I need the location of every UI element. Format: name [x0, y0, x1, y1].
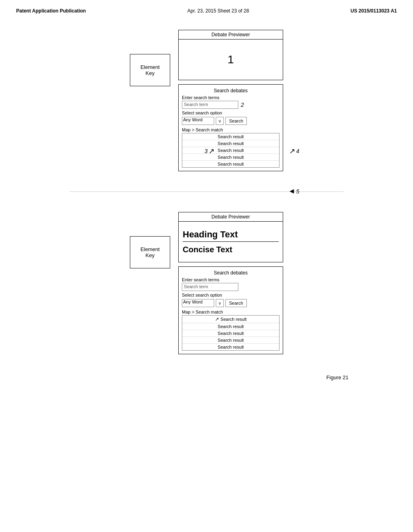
figure1-wrapper: Element Key Debate Previewer 1 Search de… [130, 30, 283, 171]
search-panel-2: Search debates Enter search terms Search… [178, 266, 283, 354]
debate-previewer-2: Debate Previewer Heading Text Concise Te… [178, 212, 283, 262]
debate-previewer-1: Debate Previewer 1 [178, 30, 283, 80]
figure2-boxes-row: Element Key Debate Previewer Heading Tex… [130, 212, 283, 354]
annotation-3: 3 ↗ [204, 147, 215, 156]
element-key-label2-2: Key [146, 252, 154, 258]
annotation-5: ◄ 5 [288, 187, 299, 195]
element-key-label2-1: Element [140, 246, 160, 252]
arrow-5-icon: ◄ [288, 187, 295, 195]
concise-text: Concise Text [183, 245, 232, 254]
page: Patent Application Publication Apr. 23, … [0, 0, 413, 532]
figure2-wrapper: Element Key Debate Previewer Heading Tex… [130, 212, 283, 354]
search-button-2[interactable]: Search [225, 299, 247, 307]
figure1-boxes-row: Element Key Debate Previewer 1 Search de… [130, 30, 283, 171]
callout-5: 5 [296, 188, 299, 195]
search-button-1[interactable]: Search [225, 117, 247, 125]
chevron-down-icon-2: v [219, 301, 221, 305]
element-key-box-1: Element Key [130, 54, 170, 86]
results-list-2: ↗ Search result Search result Search res… [182, 315, 280, 351]
search-option-row-2: Any Word v Search [182, 299, 280, 307]
search-panel-title-2: Search debates [182, 270, 280, 276]
header-right: US 2015/0113023 A1 [350, 8, 397, 14]
debate-previewer-number-1: 1 [227, 53, 234, 66]
search-option-row-1: Any Word v Search [182, 117, 280, 125]
callout-4: 4 [296, 148, 299, 154]
result-row-1-4[interactable]: Search result [182, 154, 279, 161]
word-any-label-2: Any Word [183, 299, 202, 304]
main-content: Element Key Debate Previewer 1 Search de… [16, 30, 397, 380]
arrow-result-icon: ↗ [215, 316, 219, 322]
section-divider [69, 191, 344, 192]
result-row-1-1[interactable]: Search result [182, 133, 279, 140]
result-row-1-2[interactable]: Search result [182, 140, 279, 147]
heading-text: Heading Text [183, 229, 279, 242]
chevron-icon-2[interactable]: v [216, 299, 224, 307]
search-term-input-1[interactable]: Search term [182, 101, 238, 109]
result-row-2-5[interactable]: Search result [182, 344, 279, 350]
chevron-down-icon-1: v [219, 119, 221, 123]
header-left: Patent Application Publication [16, 8, 86, 14]
enter-search-label-2: Enter search terms [182, 277, 280, 282]
result-row-2-4[interactable]: Search result [182, 337, 279, 344]
results-list-1: Search result Search result Search resul… [182, 133, 280, 168]
result-row-1-5[interactable]: Search result [182, 161, 279, 167]
map-label-2: Map > Search match [182, 310, 280, 314]
result-row-2-3[interactable]: Search result [182, 330, 279, 337]
search-term-input-2[interactable]: Search term [182, 283, 238, 291]
result-row-2-2[interactable]: Search result [182, 323, 279, 330]
word-any-select-2[interactable]: Any Word [182, 299, 214, 307]
map-label-1: Map > Search match [182, 127, 280, 132]
element-key-label2: Key [146, 70, 154, 76]
header-center: Apr. 23, 2015 Sheet 23 of 28 [188, 8, 249, 14]
select-option-label-1: Select search option [182, 110, 280, 115]
debate-previewer-title-1: Debate Previewer [179, 30, 283, 39]
figure1-right-panels: Debate Previewer 1 Search debates Enter … [178, 30, 283, 171]
select-option-label-2: Select search option [182, 293, 280, 297]
patent-header: Patent Application Publication Apr. 23, … [16, 8, 397, 14]
element-key-box-2: Element Key [130, 236, 170, 268]
word-any-select-1[interactable]: Any Word [182, 117, 214, 125]
result-row-2-1[interactable]: ↗ Search result [182, 316, 279, 323]
enter-search-label-1: Enter search terms [182, 95, 280, 100]
arrow-3-icon: ↗ [209, 147, 215, 156]
annotation-4: ↗ 4 [289, 147, 299, 156]
element-key-label1: Element [140, 64, 160, 70]
arrow-4-icon: ↗ [289, 147, 295, 156]
search-panel-1: Search debates Enter search terms Search… [178, 84, 283, 171]
result-row-1-3[interactable]: Search result [182, 147, 279, 154]
debate-previewer-title-2: Debate Previewer [179, 212, 283, 222]
figure2-right-panels: Debate Previewer Heading Text Concise Te… [178, 212, 283, 354]
search-panel-title-1: Search debates [182, 88, 280, 94]
debate-previewer-content-2: Heading Text Concise Text [179, 222, 283, 262]
search-term-placeholder-2: Search term [184, 284, 208, 289]
debate-previewer-content-1: 1 [179, 39, 283, 80]
callout-3: 3 [204, 148, 208, 154]
figure-label: Figure 21 [326, 374, 373, 380]
chevron-icon-1[interactable]: v [216, 117, 224, 125]
callout-2: 2 [241, 102, 244, 108]
search-term-placeholder-1: Search term [184, 102, 208, 107]
word-any-label-1: Any Word [183, 117, 202, 122]
